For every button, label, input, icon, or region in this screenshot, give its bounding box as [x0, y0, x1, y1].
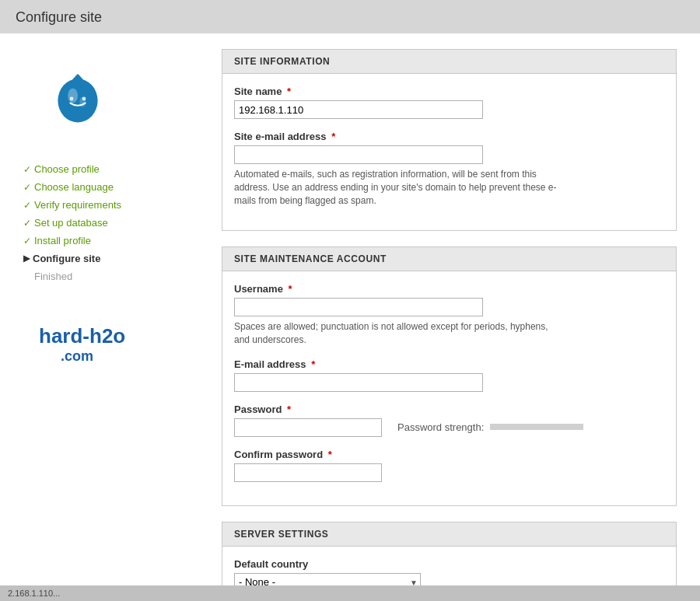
- brand-main-text: hard-h2o: [39, 324, 125, 348]
- nav-link-install-profile[interactable]: Install profile: [34, 235, 91, 246]
- nav-link-set-up-database[interactable]: Set up database: [34, 217, 108, 229]
- site-information-header: SITE INFORMATION: [222, 50, 676, 74]
- required-marker: *: [287, 86, 291, 97]
- arrow-icon: ▶: [23, 253, 30, 264]
- site-information-section: SITE INFORMATION Site name * Site e-mail…: [222, 49, 677, 231]
- nav-active-label: Configure site: [33, 253, 100, 264]
- sidebar-item-choose-profile[interactable]: ✓ Choose profile: [23, 160, 191, 178]
- nav-link-verify-requirements[interactable]: Verify requirements: [34, 199, 121, 211]
- check-icon: ✓: [23, 236, 31, 246]
- sidebar: ✓ Choose profile✓ Choose language✓ Verif…: [0, 33, 206, 601]
- email-label: E-mail address *: [234, 358, 664, 370]
- sidebar-item-verify-requirements[interactable]: ✓ Verify requirements: [23, 196, 191, 214]
- sidebar-item-set-up-database[interactable]: ✓ Set up database: [23, 214, 191, 232]
- password-strength-container: Password strength:: [397, 421, 583, 433]
- brand-sub-text: .com: [61, 348, 93, 364]
- site-email-input[interactable]: [234, 145, 483, 164]
- required-marker: *: [331, 131, 335, 142]
- site-name-label: Site name *: [234, 86, 664, 97]
- svg-point-1: [68, 88, 78, 103]
- site-name-input[interactable]: [234, 100, 483, 119]
- password-input[interactable]: [234, 418, 382, 437]
- top-bar: Configure site: [0, 0, 700, 33]
- check-icon: ✓: [23, 182, 31, 193]
- maintenance-account-section: SITE MAINTENANCE ACCOUNT Username * Spac…: [222, 246, 677, 506]
- site-name-group: Site name *: [234, 86, 664, 119]
- site-information-body: Site name * Site e-mail address * Automa…: [222, 74, 676, 230]
- default-country-label: Default country: [234, 558, 664, 570]
- password-group: Password * Password strength:: [234, 404, 664, 437]
- site-email-help: Automated e-mails, such as registration …: [234, 168, 561, 207]
- page-title: Configure site: [16, 9, 102, 25]
- status-bar-text: 2.168.1.110...: [8, 589, 60, 598]
- username-label: Username *: [234, 283, 664, 295]
- required-marker: *: [328, 449, 332, 460]
- required-marker: *: [287, 404, 291, 415]
- email-input[interactable]: [234, 373, 483, 392]
- password-strength-label: Password strength:: [397, 421, 484, 433]
- password-row: Password strength:: [234, 418, 664, 437]
- sidebar-item-choose-language[interactable]: ✓ Choose language: [23, 178, 191, 196]
- svg-point-3: [70, 97, 74, 101]
- server-settings-header: SERVER SETTINGS: [222, 522, 676, 547]
- username-input[interactable]: [234, 298, 483, 316]
- drupal-logo: [23, 49, 229, 145]
- check-icon: ✓: [23, 200, 31, 211]
- username-group: Username * Spaces are allowed; punctuati…: [234, 283, 664, 347]
- sidebar-nav: ✓ Choose profile✓ Choose language✓ Verif…: [23, 160, 191, 285]
- check-icon: ✓: [23, 164, 31, 175]
- nav-link-choose-language[interactable]: Choose language: [34, 181, 114, 193]
- confirm-password-label: Confirm password *: [234, 449, 664, 460]
- required-marker: *: [289, 283, 292, 295]
- sidebar-item-finished: Finished: [23, 267, 191, 285]
- content-area: SITE INFORMATION Site name * Site e-mail…: [206, 33, 700, 601]
- password-strength-bar: [490, 424, 583, 430]
- site-email-label: Site e-mail address *: [234, 131, 664, 142]
- required-marker: *: [311, 358, 315, 370]
- svg-point-4: [82, 97, 86, 101]
- check-icon: ✓: [23, 218, 31, 229]
- sidebar-item-install-profile[interactable]: ✓ Install profile: [23, 232, 191, 250]
- email-group: E-mail address *: [234, 358, 664, 392]
- nav-disabled-label: Finished: [34, 271, 72, 282]
- confirm-password-group: Confirm password *: [234, 449, 664, 482]
- username-help: Spaces are allowed; punctuation is not a…: [234, 320, 561, 347]
- password-label: Password *: [234, 404, 664, 415]
- brand-logo: hard-h2o .com: [23, 309, 191, 372]
- status-bar: 2.168.1.110...: [0, 585, 700, 601]
- nav-link-choose-profile[interactable]: Choose profile: [34, 163, 100, 175]
- site-email-group: Site e-mail address * Automated e-mails,…: [234, 131, 664, 207]
- sidebar-item-configure-site[interactable]: ▶ Configure site: [23, 250, 191, 267]
- maintenance-account-header: SITE MAINTENANCE ACCOUNT: [222, 247, 676, 271]
- maintenance-account-body: Username * Spaces are allowed; punctuati…: [222, 271, 676, 505]
- confirm-password-input[interactable]: [234, 463, 382, 482]
